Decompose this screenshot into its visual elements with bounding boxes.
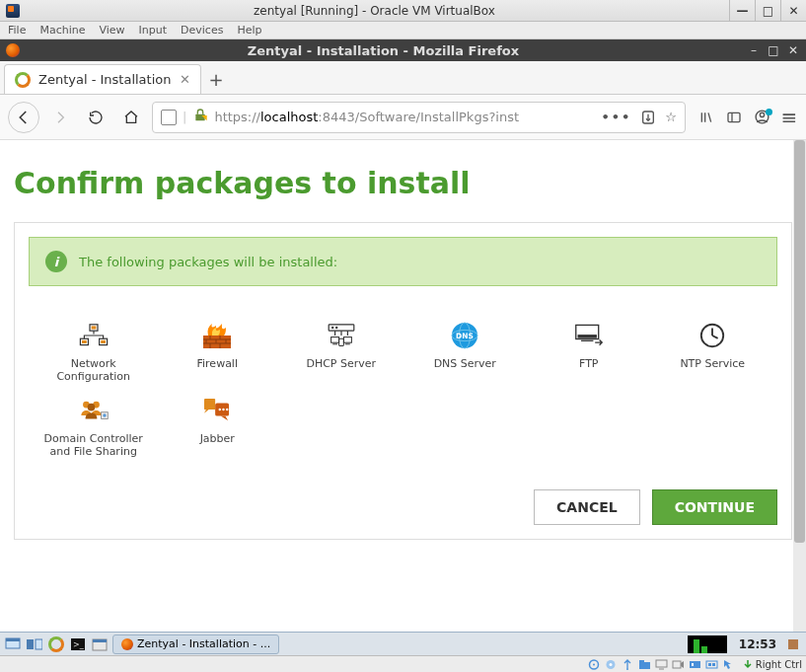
packages-grid: Network Configuration Firewall DHCP Serv… (29, 286, 777, 485)
zentyal-favicon (15, 72, 31, 88)
vbox-menu-devices[interactable]: Devices (181, 24, 223, 37)
vbox-menu-help[interactable]: Help (237, 24, 261, 37)
vbox-menu-file[interactable]: File (8, 24, 26, 37)
virtualbox-icon (6, 4, 20, 18)
zentyal-launcher-icon[interactable] (47, 635, 65, 653)
back-button[interactable] (8, 102, 39, 133)
site-info-icon[interactable] (161, 110, 177, 125)
package-label: Jabber (200, 432, 235, 445)
info-icon: i (45, 251, 67, 272)
svg-point-51 (103, 413, 106, 416)
taskbar-firefox-task[interactable]: Zentyal - Installation - ... (112, 635, 279, 654)
vbox-recording-icon[interactable] (672, 658, 686, 670)
network-icon (78, 322, 110, 349)
taskbar-clock[interactable]: 12:53 (735, 637, 780, 651)
page-title: Confirm packages to install (14, 166, 792, 200)
vbox-menu-machine[interactable]: Machine (39, 24, 85, 37)
vbox-mouse-icon[interactable] (722, 658, 736, 670)
show-desktop-icon[interactable] (4, 635, 22, 653)
vbox-usb-icon[interactable] (622, 658, 635, 670)
continue-button[interactable]: CONTINUE (652, 489, 777, 525)
account-icon[interactable] (753, 109, 770, 126)
vbox-optical-icon[interactable] (605, 658, 619, 670)
svg-point-49 (87, 404, 95, 411)
svg-rect-11 (91, 326, 96, 329)
package-label: Firewall (197, 357, 238, 370)
vbox-maximize-button[interactable]: □ (755, 0, 780, 22)
guest-screen: Zentyal - Installation - Mozilla Firefox… (0, 39, 806, 655)
package-jabber: Jabber (161, 397, 275, 458)
package-label: NTP Service (680, 357, 745, 370)
url-bar[interactable]: | https://localhost:8443/Software/Instal… (152, 102, 686, 133)
tray-icon[interactable] (784, 635, 802, 653)
page-viewport: Confirm packages to install i The follow… (0, 140, 806, 632)
svg-point-69 (610, 663, 613, 666)
cancel-button[interactable]: CANCEL (534, 489, 640, 525)
sidebar-icon[interactable] (725, 109, 743, 126)
package-label: Network Configuration (37, 357, 151, 383)
vbox-menubar: File Machine View Input Devices Help (0, 22, 806, 39)
firefox-close-button[interactable]: ✕ (786, 43, 800, 57)
files-icon[interactable] (91, 635, 109, 653)
svg-rect-78 (706, 661, 717, 668)
package-label: DNS Server (434, 357, 496, 370)
dhcp-icon (326, 322, 357, 349)
task-label: Zentyal - Installation - ... (137, 637, 270, 650)
svg-rect-72 (639, 660, 644, 663)
vbox-hostkey-indicator[interactable]: Right Ctrl (743, 659, 802, 670)
vbox-menu-view[interactable]: View (99, 24, 124, 37)
svg-line-5 (708, 112, 711, 121)
bookmark-star-icon[interactable]: ☆ (665, 110, 677, 124)
firefox-window-title: Zentyal - Installation - Mozilla Firefox (20, 43, 747, 58)
jabber-icon (201, 397, 233, 424)
vbox-audio-icon[interactable] (689, 658, 702, 670)
vbox-minimize-button[interactable]: — (729, 0, 755, 22)
domain-users-icon (78, 397, 110, 424)
package-label: DHCP Server (306, 357, 376, 370)
firefox-titlebar[interactable]: Zentyal - Installation - Mozilla Firefox… (0, 39, 806, 61)
package-network: Network Configuration (37, 322, 151, 383)
browser-tab[interactable]: Zentyal - Installation ✕ (4, 64, 201, 94)
tab-close-icon[interactable]: ✕ (180, 72, 190, 87)
new-tab-button[interactable]: + (201, 64, 231, 94)
banner-text: The following packages will be installed… (79, 255, 337, 269)
svg-rect-64 (93, 639, 107, 642)
vbox-display-icon[interactable] (655, 658, 669, 670)
svg-rect-59 (27, 639, 34, 649)
vbox-menu-input[interactable]: Input (139, 24, 167, 37)
package-label: FTP (579, 357, 599, 370)
svg-rect-73 (656, 660, 667, 667)
vbox-network-status-icon[interactable] (705, 658, 719, 670)
cpu-monitor-icon[interactable] (688, 635, 727, 653)
dns-icon: DNS (449, 322, 480, 349)
svg-rect-32 (330, 337, 338, 343)
info-banner: i The following packages will be install… (29, 237, 777, 286)
firefox-tab-strip: Zentyal - Installation ✕ + (0, 61, 806, 95)
scrollbar-thumb[interactable] (794, 140, 805, 543)
forward-button[interactable] (45, 103, 75, 132)
library-icon[interactable] (697, 109, 715, 126)
svg-rect-0 (196, 114, 205, 121)
svg-rect-77 (692, 663, 694, 666)
svg-text:>_: >_ (73, 640, 85, 649)
vbox-hdd-icon[interactable] (588, 658, 602, 670)
svg-rect-58 (6, 638, 20, 641)
firefox-maximize-button[interactable]: □ (767, 43, 780, 57)
reader-mode-icon[interactable] (639, 109, 657, 126)
reload-button[interactable] (81, 103, 110, 132)
page-scrollbar[interactable] (793, 140, 806, 632)
vbox-shared-folder-icon[interactable] (638, 658, 652, 670)
hamburger-menu-icon[interactable]: ≡ (780, 109, 798, 126)
workspace-switcher-icon[interactable] (26, 635, 43, 653)
terminal-icon[interactable]: >_ (69, 635, 87, 653)
svg-rect-42 (577, 335, 596, 338)
vbox-titlebar[interactable]: zentyal [Running] - Oracle VM VirtualBox… (0, 0, 806, 22)
svg-rect-60 (36, 639, 42, 649)
svg-rect-33 (343, 337, 351, 343)
firefox-minimize-button[interactable]: – (747, 43, 761, 57)
security-warning-icon[interactable] (192, 108, 208, 126)
page-actions-icon[interactable]: ••• (601, 110, 631, 124)
vbox-close-button[interactable]: ✕ (780, 0, 806, 22)
package-ftp: FTP (532, 322, 646, 383)
home-button[interactable] (116, 103, 146, 132)
